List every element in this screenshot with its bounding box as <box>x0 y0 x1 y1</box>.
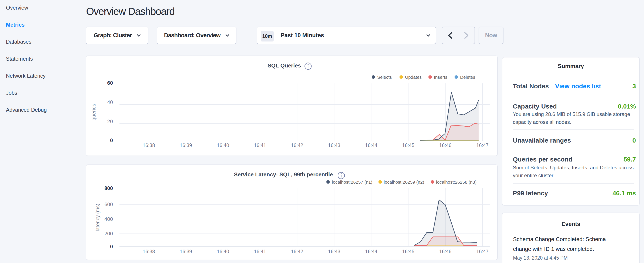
svg-text:60: 60 <box>107 80 113 86</box>
svg-text:600: 600 <box>104 201 113 207</box>
svg-text:16:43: 16:43 <box>328 249 340 254</box>
svg-text:16:45: 16:45 <box>402 143 414 148</box>
svg-text:localhost:26259 (n2): localhost:26259 (n2) <box>384 180 424 184</box>
svg-text:16:47: 16:47 <box>476 249 488 254</box>
svg-text:Updates: Updates <box>405 75 422 80</box>
svg-text:localhost:26258 (n3): localhost:26258 (n3) <box>436 180 476 184</box>
svg-text:16:41: 16:41 <box>254 249 266 254</box>
svg-text:200: 200 <box>104 231 113 236</box>
svg-text:queries: queries <box>91 104 96 121</box>
svg-text:16:47: 16:47 <box>476 143 488 148</box>
svg-text:0: 0 <box>110 137 113 143</box>
svg-text:Inserts: Inserts <box>434 75 447 80</box>
svg-text:Selects: Selects <box>377 75 392 80</box>
svg-text:800: 800 <box>104 185 113 191</box>
svg-text:16:41: 16:41 <box>254 143 266 148</box>
svg-text:16:42: 16:42 <box>291 143 304 148</box>
svg-text:16:38: 16:38 <box>143 143 155 148</box>
svg-text:Deletes: Deletes <box>460 75 475 80</box>
svg-text:Service Latency: SQL, 99th per: Service Latency: SQL, 99th percentile <box>234 171 333 178</box>
svg-text:16:38: 16:38 <box>143 249 155 254</box>
svg-text:16:46: 16:46 <box>439 249 452 254</box>
svg-text:16:44: 16:44 <box>365 143 378 148</box>
svg-text:16:40: 16:40 <box>217 249 229 254</box>
svg-text:16:46: 16:46 <box>439 143 452 148</box>
svg-text:latency (ms): latency (ms) <box>94 204 100 231</box>
svg-text:0: 0 <box>110 244 113 249</box>
svg-text:16:44: 16:44 <box>365 249 378 254</box>
svg-text:16:39: 16:39 <box>180 143 192 148</box>
svg-text:20: 20 <box>107 119 113 124</box>
svg-text:16:39: 16:39 <box>180 249 192 254</box>
svg-text:40: 40 <box>107 99 113 105</box>
svg-text:localhost:26257 (n1): localhost:26257 (n1) <box>332 180 372 184</box>
svg-text:16:45: 16:45 <box>402 249 414 254</box>
svg-text:400: 400 <box>104 216 113 222</box>
svg-text:16:42: 16:42 <box>291 249 304 254</box>
svg-text:SQL Queries: SQL Queries <box>268 62 301 69</box>
svg-text:16:43: 16:43 <box>328 143 340 148</box>
svg-text:16:40: 16:40 <box>217 143 229 148</box>
